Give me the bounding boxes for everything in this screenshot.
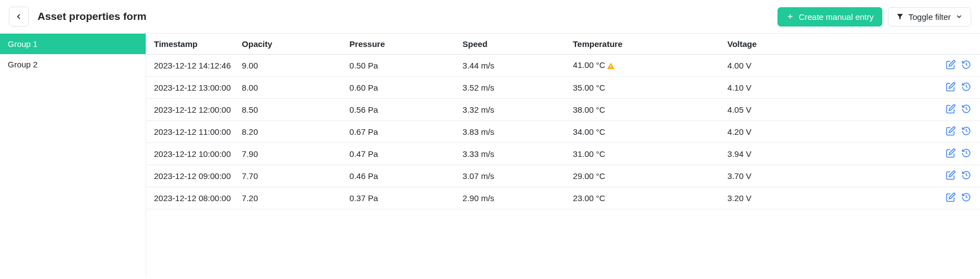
cell-temperature-value: 34.00 °C: [573, 127, 605, 136]
cell-voltage-value: 4.20 V: [727, 127, 751, 136]
history-button[interactable]: [961, 82, 971, 92]
cell-pressure-value: 0.37 Pa: [349, 193, 378, 203]
edit-icon: [946, 126, 956, 136]
plus-icon: [786, 13, 794, 20]
cell-voltage-value: 3.70 V: [727, 171, 751, 181]
cell-voltage: 3.70 V: [722, 165, 936, 187]
data-table: Timestamp Opacity Pressure Speed Tempera…: [146, 34, 980, 209]
toggle-filter-button[interactable]: Toggle filter: [888, 7, 971, 27]
cell-timestamp-value: 2023-12-12 14:12:46: [154, 61, 231, 70]
history-icon: [961, 82, 971, 92]
history-icon: [961, 192, 971, 202]
cell-speed-value: 2.90 m/s: [462, 193, 494, 203]
cell-speed-value: 3.44 m/s: [462, 61, 494, 70]
sidebar-item-label: Group 1: [8, 39, 38, 49]
cell-timestamp: 2023-12-12 12:00:00: [146, 99, 236, 121]
history-icon: [961, 126, 971, 136]
edit-button[interactable]: [946, 126, 956, 136]
cell-speed: 3.83 m/s: [457, 121, 567, 143]
cell-speed-value: 3.83 m/s: [462, 127, 494, 136]
sidebar-item-group-1[interactable]: Group 1: [0, 34, 146, 54]
edit-icon: [946, 60, 956, 70]
edit-button[interactable]: [946, 192, 956, 202]
edit-button[interactable]: [946, 82, 956, 92]
cell-voltage-value: 4.00 V: [727, 61, 751, 70]
edit-button[interactable]: [946, 104, 956, 114]
cell-opacity-value: 8.00: [242, 83, 258, 92]
chevron-down-icon: [955, 13, 963, 20]
history-button[interactable]: [961, 148, 971, 158]
back-button[interactable]: [9, 7, 29, 27]
cell-pressure: 0.46 Pa: [344, 165, 457, 187]
cell-temperature-value: 35.00 °C: [573, 83, 605, 92]
table-row: 2023-12-12 09:00:007.700.46 Pa3.07 m/s29…: [146, 165, 980, 187]
sidebar-item-group-2[interactable]: Group 2: [0, 54, 146, 75]
edit-button[interactable]: [946, 148, 956, 158]
history-button[interactable]: [961, 60, 971, 70]
cell-pressure-value: 0.60 Pa: [349, 83, 378, 92]
column-header-speed[interactable]: Speed: [457, 34, 567, 55]
cell-actions: [936, 165, 980, 187]
column-header-timestamp[interactable]: Timestamp: [146, 34, 236, 55]
cell-timestamp-value: 2023-12-12 12:00:00: [154, 105, 231, 114]
table-row: 2023-12-12 12:00:008.500.56 Pa3.32 m/s38…: [146, 99, 980, 121]
cell-voltage-value: 3.94 V: [727, 149, 751, 159]
cell-timestamp: 2023-12-12 08:00:00: [146, 187, 236, 209]
cell-opacity: 7.90: [236, 143, 344, 165]
row-actions: [946, 148, 971, 158]
column-header-temperature[interactable]: Temperature: [567, 34, 722, 55]
table-row: 2023-12-12 08:00:007.200.37 Pa2.90 m/s23…: [146, 187, 980, 209]
cell-pressure: 0.67 Pa: [344, 121, 457, 143]
cell-pressure-value: 0.50 Pa: [349, 61, 378, 70]
column-header-actions: [936, 34, 980, 55]
cell-actions: [936, 121, 980, 143]
chevron-left-icon: [14, 12, 23, 21]
cell-speed-value: 3.52 m/s: [462, 83, 494, 92]
cell-voltage: 3.94 V: [722, 143, 936, 165]
table-header: Timestamp Opacity Pressure Speed Tempera…: [146, 34, 980, 55]
cell-actions: [936, 143, 980, 165]
table-container: Timestamp Opacity Pressure Speed Tempera…: [146, 34, 980, 277]
cell-temperature-value: 41.00 °C: [573, 60, 605, 70]
edit-button[interactable]: [946, 60, 956, 70]
column-header-voltage[interactable]: Voltage: [722, 34, 936, 55]
sidebar-item-label: Group 2: [8, 60, 38, 69]
create-manual-entry-button[interactable]: Create manual entry: [777, 7, 882, 27]
cell-voltage-value: 4.10 V: [727, 83, 751, 92]
page-title: Asset properties form: [38, 10, 146, 23]
cell-speed: 3.07 m/s: [457, 165, 567, 187]
cell-speed-value: 3.32 m/s: [462, 105, 494, 114]
cell-speed-value: 3.33 m/s: [462, 149, 494, 159]
filter-icon: [896, 13, 904, 20]
history-icon: [961, 170, 971, 180]
cell-opacity: 8.20: [236, 121, 344, 143]
cell-actions: [936, 187, 980, 209]
cell-opacity: 8.00: [236, 77, 344, 99]
header-right: Create manual entry Toggle filter: [777, 7, 971, 27]
history-button[interactable]: [961, 104, 971, 114]
cell-opacity-value: 8.20: [242, 127, 258, 136]
cell-temperature-value: 29.00 °C: [573, 171, 605, 181]
row-actions: [946, 126, 971, 136]
cell-pressure-value: 0.56 Pa: [349, 105, 378, 114]
cell-actions: [936, 77, 980, 99]
cell-temperature: 34.00 °C: [567, 121, 722, 143]
content-area: Group 1Group 2 Timestamp Opacity Pressur…: [0, 34, 980, 277]
cell-pressure: 0.50 Pa: [344, 55, 457, 77]
column-header-opacity[interactable]: Opacity: [236, 34, 344, 55]
column-header-pressure[interactable]: Pressure: [344, 34, 457, 55]
cell-temperature: 41.00 °C: [567, 55, 722, 77]
edit-button[interactable]: [946, 170, 956, 180]
history-button[interactable]: [961, 192, 971, 202]
history-button[interactable]: [961, 170, 971, 180]
cell-speed-value: 3.07 m/s: [462, 171, 494, 181]
cell-voltage-value: 4.05 V: [727, 105, 751, 114]
sidebar: Group 1Group 2: [0, 34, 146, 277]
cell-speed: 3.52 m/s: [457, 77, 567, 99]
cell-temperature: 38.00 °C: [567, 99, 722, 121]
history-button[interactable]: [961, 126, 971, 136]
history-icon: [961, 60, 971, 70]
cell-pressure-value: 0.46 Pa: [349, 171, 378, 181]
cell-opacity-value: 7.20: [242, 193, 258, 203]
cell-pressure: 0.37 Pa: [344, 187, 457, 209]
